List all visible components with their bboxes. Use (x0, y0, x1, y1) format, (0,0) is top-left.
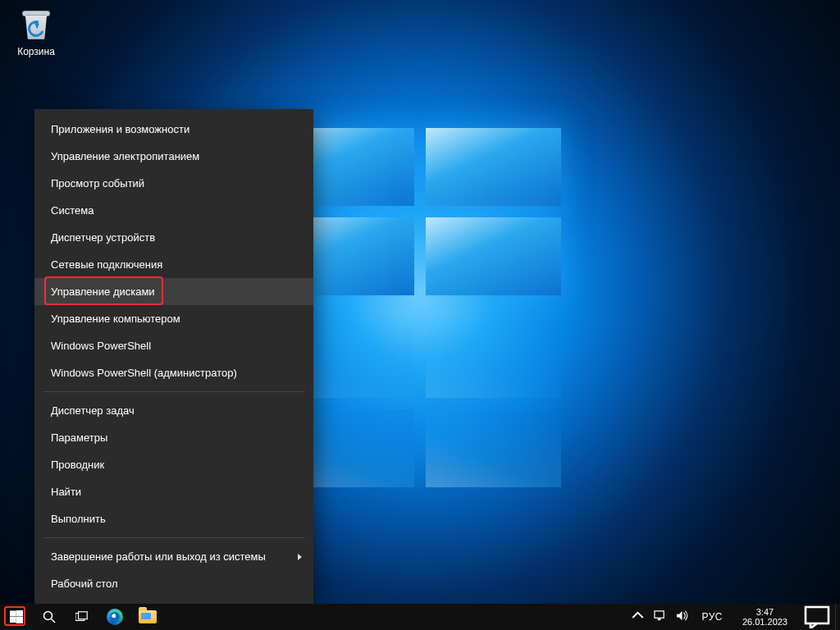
winx-item[interactable]: Просмотр событий (34, 170, 313, 197)
desktop-icon-recycle-bin[interactable]: Корзина (5, 5, 67, 57)
svg-rect-2 (10, 618, 16, 623)
winx-item-label: Управление компьютером (51, 313, 180, 325)
search-icon (43, 610, 56, 623)
winx-item-label: Выполнить (51, 513, 106, 525)
winx-item-label: Управление дисками (51, 285, 155, 298)
system-tray: РУС 3:47 26.01.2023 (627, 605, 835, 628)
svg-rect-9 (658, 619, 661, 620)
winx-item[interactable]: Windows PowerShell (34, 332, 313, 359)
microsoft-edge-icon (107, 609, 123, 625)
winx-item-label: Управление электропитанием (51, 150, 199, 162)
winx-item[interactable]: Управление дисками (34, 278, 313, 305)
chevron-up-icon (632, 609, 644, 622)
winx-item[interactable]: Диспетчер устройств (34, 224, 313, 251)
tray-date: 26.01.2023 (742, 617, 788, 627)
tray-network[interactable] (654, 609, 666, 624)
tray-overflow-button[interactable] (632, 609, 644, 624)
network-icon (654, 609, 666, 622)
tray-volume[interactable] (676, 609, 688, 624)
winx-item[interactable]: Завершение работы или выход из системы (34, 543, 313, 570)
winx-menu: Приложения и возможностиУправление элект… (34, 109, 313, 604)
svg-line-5 (52, 619, 56, 623)
menu-separator (43, 537, 305, 538)
svg-marker-10 (677, 611, 682, 620)
winx-item-label: Windows PowerShell (администратор) (51, 367, 237, 379)
svg-rect-11 (806, 607, 829, 623)
winx-item[interactable]: Рабочий стол (34, 570, 313, 597)
svg-rect-3 (16, 618, 23, 623)
search-button[interactable] (33, 604, 66, 630)
task-view-button[interactable] (66, 604, 98, 630)
chevron-right-icon (298, 554, 302, 560)
winx-item-label: Приложения и возможности (51, 123, 189, 135)
winx-item-label: Windows PowerShell (51, 340, 151, 352)
winx-item-label: Диспетчер устройств (51, 231, 155, 244)
winx-item-label: Просмотр событий (51, 177, 144, 189)
winx-item-label: Диспетчер задач (51, 404, 135, 417)
winx-item[interactable]: Найти (34, 478, 313, 505)
winx-item-label: Проводник (51, 459, 104, 471)
desktop-icon-label: Корзина (5, 46, 67, 57)
winx-item[interactable]: Windows PowerShell (администратор) (34, 359, 313, 386)
winx-item[interactable]: Управление компьютером (34, 305, 313, 332)
taskbar-pinned-edge[interactable] (98, 604, 131, 630)
tray-time: 3:47 (742, 607, 788, 617)
svg-rect-1 (16, 610, 23, 616)
winx-item-label: Завершение работы или выход из системы (51, 550, 266, 563)
notification-icon (804, 605, 830, 628)
winx-item[interactable]: Приложения и возможности (34, 116, 313, 143)
winx-item[interactable]: Сетевые подключения (34, 251, 313, 278)
start-button[interactable] (0, 604, 33, 630)
tray-language[interactable]: РУС (698, 611, 726, 623)
winx-item[interactable]: Диспетчер задач (34, 397, 313, 424)
svg-point-4 (44, 612, 52, 620)
action-center-button[interactable] (804, 605, 830, 628)
winx-item[interactable]: Система (34, 197, 313, 224)
winx-item-label: Рабочий стол (51, 578, 118, 590)
windows-logo-icon (10, 610, 23, 623)
taskbar: РУС 3:47 26.01.2023 (0, 604, 840, 630)
winx-item-label: Сетевые подключения (51, 258, 162, 271)
winx-item-label: Параметры (51, 431, 107, 444)
task-view-icon (75, 610, 89, 623)
winx-item[interactable]: Проводник (34, 451, 313, 478)
taskbar-pinned-explorer[interactable] (131, 604, 164, 630)
recycle-bin-icon (16, 5, 56, 44)
wallpaper-windows-logo (279, 128, 561, 295)
winx-item[interactable]: Параметры (34, 424, 313, 451)
winx-item[interactable]: Управление электропитанием (34, 143, 313, 170)
winx-item-label: Найти (51, 486, 81, 498)
wallpaper-windows-logo-reflection (279, 320, 561, 487)
show-desktop-button[interactable] (835, 604, 840, 630)
winx-item-label: Система (51, 204, 94, 217)
svg-rect-7 (79, 612, 88, 619)
svg-rect-8 (655, 611, 664, 618)
file-explorer-icon (139, 610, 157, 623)
speaker-icon (676, 609, 688, 622)
svg-rect-0 (10, 611, 16, 616)
tray-clock[interactable]: 3:47 26.01.2023 (736, 607, 794, 627)
menu-separator (43, 391, 305, 392)
winx-item[interactable]: Выполнить (34, 505, 313, 532)
